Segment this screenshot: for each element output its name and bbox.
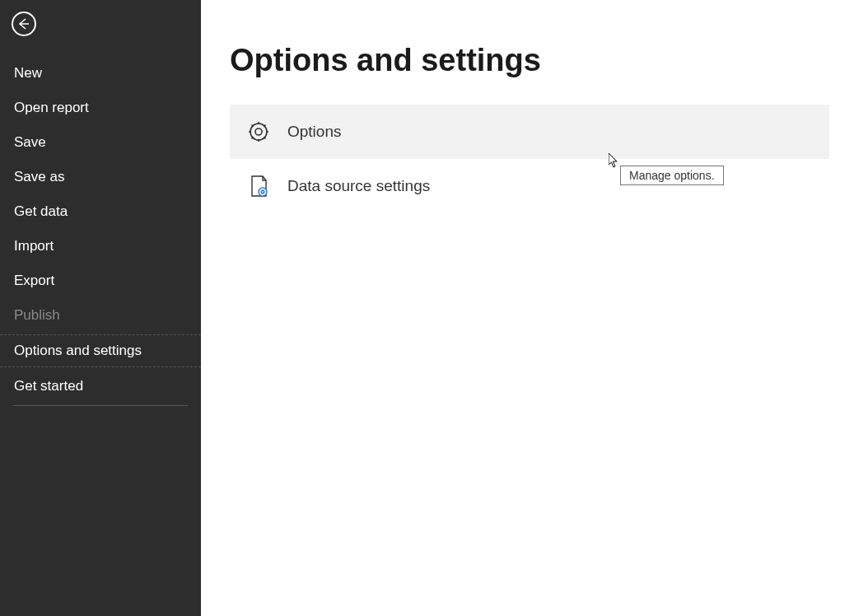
back-arrow-icon <box>17 17 30 30</box>
gear-icon <box>246 119 271 144</box>
sidebar-item-import[interactable]: Import <box>0 231 201 262</box>
menu-item-label: Export <box>14 273 54 288</box>
back-button[interactable] <box>12 12 36 36</box>
sidebar-item-export[interactable]: Export <box>0 265 201 296</box>
page-title: Options and settings <box>230 43 829 78</box>
menu-item-label: New <box>14 65 42 81</box>
svg-point-2 <box>259 188 267 196</box>
svg-point-1 <box>250 124 267 140</box>
menu-item-label: Options and settings <box>14 343 142 358</box>
tooltip: Manage options. <box>620 166 724 185</box>
menu-item-label: Save <box>14 134 46 150</box>
sidebar-item-save[interactable]: Save <box>0 127 201 158</box>
sidebar-item-options-and-settings[interactable]: Options and settings <box>0 334 201 367</box>
sidebar-item-get-started[interactable]: Get started <box>0 371 201 402</box>
option-label: Data source settings <box>287 177 430 195</box>
menu-item-label: Publish <box>14 307 60 323</box>
menu-item-label: Save as <box>14 169 64 184</box>
menu-item-label: Get data <box>14 203 68 219</box>
menu-item-label: Import <box>14 238 54 254</box>
svg-point-0 <box>255 128 262 135</box>
sidebar-item-open-report[interactable]: Open report <box>0 92 201 124</box>
sidebar-item-get-data[interactable]: Get data <box>0 196 201 227</box>
option-label: Options <box>287 123 341 141</box>
menu-divider <box>13 405 188 406</box>
sidebar: NewOpen reportSaveSave asGet dataImportE… <box>0 0 201 616</box>
menu-item-label: Open report <box>14 100 89 115</box>
sidebar-item-publish: Publish <box>0 300 201 331</box>
data-source-icon <box>246 174 271 198</box>
option-row-data-source-settings[interactable]: Data source settings <box>230 159 829 213</box>
cursor-icon <box>609 153 619 168</box>
menu-item-label: Get started <box>14 378 83 394</box>
sidebar-item-save-as[interactable]: Save as <box>0 161 201 193</box>
sidebar-item-new[interactable]: New <box>0 58 201 89</box>
option-row-options[interactable]: Options <box>230 105 829 159</box>
main-content: Options and settings OptionsData source … <box>201 0 854 616</box>
